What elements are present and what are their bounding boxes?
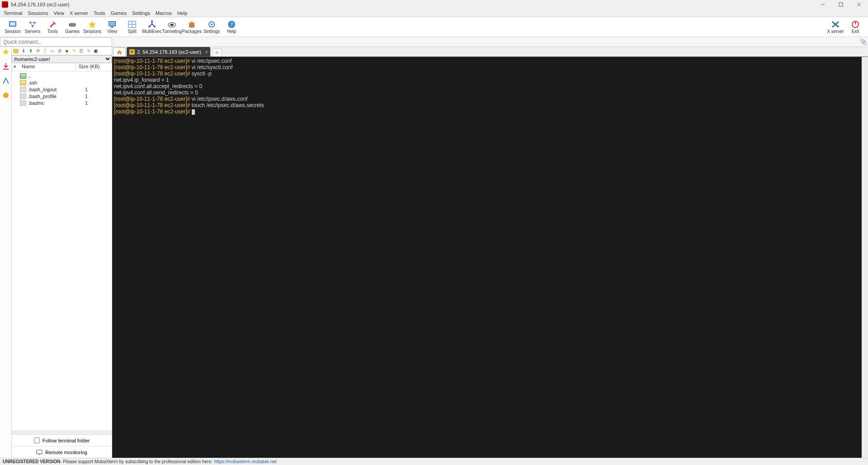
file-icon xyxy=(20,100,26,106)
status-link[interactable]: https://mobaxterm.mobatek.net xyxy=(214,459,277,464)
svg-marker-28 xyxy=(189,21,194,23)
toolbar-label: Games xyxy=(65,29,80,34)
sort-arrow-icon[interactable]: ▾ xyxy=(12,64,20,71)
svg-rect-17 xyxy=(109,22,115,26)
sb-tool-stop-icon[interactable]: ■ xyxy=(63,47,70,54)
new-tab-button[interactable]: ✧ xyxy=(212,48,222,56)
terminal-output[interactable]: [root@ip-10-11-1-78 ec2-user]# vi /etc/i… xyxy=(112,57,868,458)
menu-settings[interactable]: Settings xyxy=(132,10,150,16)
menu-macros[interactable]: Macros xyxy=(156,10,172,16)
svg-point-30 xyxy=(211,23,213,25)
svg-rect-1 xyxy=(839,3,843,6)
file-icon xyxy=(20,87,26,92)
svg-text:?: ? xyxy=(230,22,233,27)
toolbar-servers[interactable]: Servers xyxy=(23,18,43,37)
toolbar-session[interactable]: Session xyxy=(3,18,23,37)
sb-tool-refresh-icon[interactable]: ⟳ xyxy=(34,47,41,54)
maximize-button[interactable] xyxy=(832,0,850,9)
macro-tab-icon[interactable] xyxy=(2,77,10,85)
col-size[interactable]: Size (KB) xyxy=(76,64,112,71)
toolbar-label: Packages xyxy=(182,29,202,34)
sftp-sidebar: ⬇ ⬆ ⟳ ⤴ ▭ ⊘ ■ ✎ ☰ ✎ ▣ /home/ec2-user/ ▾ … xyxy=(12,47,112,458)
home-tab[interactable] xyxy=(113,47,126,56)
globe-tab-icon[interactable] xyxy=(2,91,10,99)
svg-point-38 xyxy=(3,93,9,98)
close-button[interactable] xyxy=(850,0,868,9)
window-title: 54.254.176.183 (ec2-user) xyxy=(11,2,70,7)
sidebar-path: /home/ec2-user/ xyxy=(12,55,112,63)
toolbar-sessions[interactable]: Sessions xyxy=(82,18,102,37)
toolbar-settings[interactable]: Settings xyxy=(202,18,222,37)
sb-tool-newfile-icon[interactable]: ▭ xyxy=(49,47,56,54)
terminal-tabbar: 2. 54.254.176.183 (ec2-user) × ✧ xyxy=(112,47,868,57)
star-tab-icon[interactable] xyxy=(2,48,10,56)
terminal-panel: 2. 54.254.176.183 (ec2-user) × ✧ [root@i… xyxy=(112,47,868,458)
toolbar-games[interactable]: Games xyxy=(62,18,82,37)
quickconnect-input[interactable] xyxy=(0,38,112,47)
minimize-button[interactable] xyxy=(814,0,832,9)
app-icon xyxy=(2,1,8,8)
menu-sessions[interactable]: Sessions xyxy=(28,10,48,16)
svg-point-14 xyxy=(74,24,75,25)
toolbar-label: Session xyxy=(5,29,21,34)
path-select[interactable]: /home/ec2-user/ xyxy=(12,55,112,63)
menu-view[interactable]: View xyxy=(53,10,64,16)
menu-terminal[interactable]: Terminal xyxy=(4,10,23,16)
sb-tool-parent-icon[interactable]: ⤴ xyxy=(42,47,48,54)
toolbar-tunneling[interactable]: Tunneling xyxy=(162,18,182,37)
toolbar-tools[interactable]: Tools xyxy=(43,18,62,37)
file-row-up[interactable]: .. xyxy=(12,72,112,79)
col-name[interactable]: Name xyxy=(20,64,76,71)
file-row[interactable]: .bash_logout1 xyxy=(12,86,112,93)
tab-close-icon[interactable]: × xyxy=(205,49,208,55)
toolbar-xserver[interactable]: X server xyxy=(825,18,845,37)
sb-tool-newfolder-icon[interactable] xyxy=(13,47,19,54)
toolbar-label: Settings xyxy=(204,29,220,34)
main-area: ⬇ ⬆ ⟳ ⤴ ▭ ⊘ ■ ✎ ☰ ✎ ▣ /home/ec2-user/ ▾ … xyxy=(0,47,868,458)
toolbar-exit[interactable]: Exit xyxy=(845,18,865,37)
sb-tool-download-icon[interactable]: ⬇ xyxy=(20,47,27,54)
toolbar-help[interactable]: ?Help xyxy=(222,18,242,37)
status-prefix: UNREGISTERED VERSION xyxy=(3,459,60,464)
sb-tool-list-icon[interactable]: ☰ xyxy=(78,47,85,54)
svg-rect-27 xyxy=(189,23,194,28)
svg-rect-18 xyxy=(111,27,114,28)
sb-tool-upload-icon[interactable]: ⬆ xyxy=(27,47,34,54)
follow-checkbox[interactable] xyxy=(34,437,40,443)
sb-tool-delete-icon[interactable]: ⊘ xyxy=(56,47,63,54)
toolbar-multiexec[interactable]: MultiExec xyxy=(142,18,162,37)
file-list-header: ▾ Name Size (KB) xyxy=(12,63,112,71)
sftp-tab-icon[interactable] xyxy=(2,62,10,70)
toolbar-label: X server xyxy=(827,29,844,34)
sb-tool-find-icon[interactable]: ✎ xyxy=(71,47,77,54)
follow-label: Follow terminal folder xyxy=(43,438,90,443)
menu-tools[interactable]: Tools xyxy=(94,10,105,16)
menu-xserver[interactable]: X server xyxy=(70,10,88,16)
file-row[interactable]: .bash_profile1 xyxy=(12,93,112,99)
svg-line-10 xyxy=(33,23,35,26)
toolbar-split[interactable]: Split xyxy=(122,18,142,37)
file-row-folder[interactable]: .ssh xyxy=(12,79,112,86)
session-tab[interactable]: 2. 54.254.176.183 (ec2-user) × xyxy=(127,47,210,56)
menu-help[interactable]: Help xyxy=(177,10,188,16)
sidebar-toolbar: ⬇ ⬆ ⟳ ⤴ ▭ ⊘ ■ ✎ ☰ ✎ ▣ xyxy=(12,47,112,55)
follow-terminal-row[interactable]: Follow terminal folder xyxy=(12,434,112,446)
file-row[interactable]: .bashrc1 xyxy=(12,99,112,106)
remote-monitoring-row[interactable]: Remote monitoring xyxy=(12,446,112,458)
menu-games[interactable]: Games xyxy=(111,10,127,16)
toolbar-label: Exit xyxy=(852,29,859,34)
toolbar-packages[interactable]: Packages xyxy=(182,18,202,37)
svg-marker-15 xyxy=(89,21,96,28)
sb-tool-terminal-icon[interactable]: ▣ xyxy=(92,47,99,54)
toolbar-label: Split xyxy=(128,29,136,34)
toolbar-label: Tunneling xyxy=(162,29,182,34)
paperclip-icon[interactable]: 📎 xyxy=(859,38,868,45)
toolbar-label: Help xyxy=(227,29,237,34)
svg-rect-5 xyxy=(10,22,15,26)
svg-marker-42 xyxy=(117,50,122,55)
toolbar-view[interactable]: View xyxy=(102,18,122,37)
terminal-scrollbar[interactable] xyxy=(862,57,868,458)
sb-tool-edit-icon[interactable]: ✎ xyxy=(85,47,92,54)
toolbar-label: Sessions xyxy=(83,29,102,34)
svg-point-23 xyxy=(148,26,150,28)
